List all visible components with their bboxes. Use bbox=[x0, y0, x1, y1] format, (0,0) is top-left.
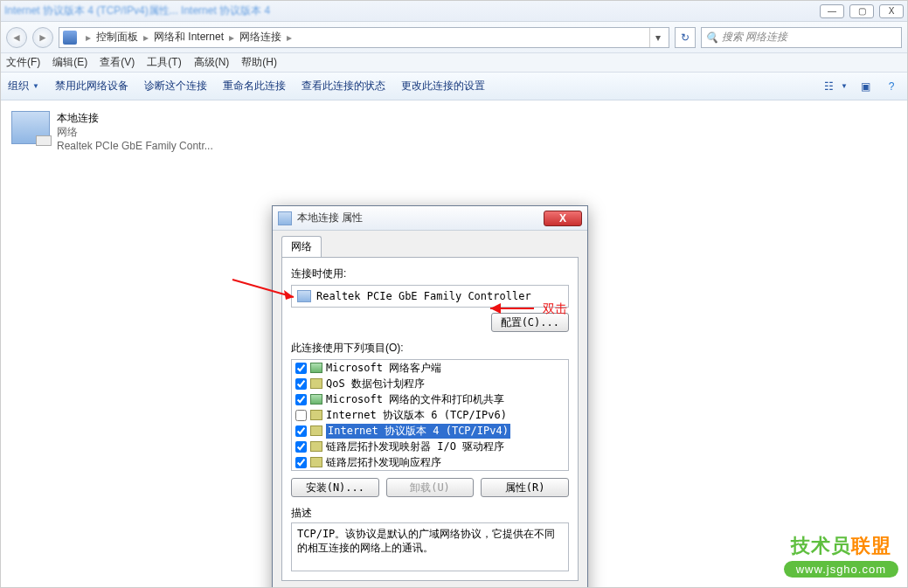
adapter-name: Realtek PCIe GbE Family Controller bbox=[316, 290, 531, 302]
item-label: Microsoft 网络客户端 bbox=[326, 361, 441, 376]
breadcrumb-item[interactable]: 控制面板 bbox=[96, 30, 138, 45]
tab-network[interactable]: 网络 bbox=[281, 236, 322, 257]
tb-disable[interactable]: 禁用此网络设备 bbox=[55, 79, 128, 93]
breadcrumb[interactable]: ▸ 控制面板 ▸ 网络和 Internet ▸ 网络连接 ▸ ▾ bbox=[59, 27, 669, 48]
connection-name: 本地连接 bbox=[57, 111, 213, 125]
items-label: 此连接使用下列项目(O): bbox=[291, 341, 569, 356]
breadcrumb-item[interactable]: 网络连接 bbox=[239, 30, 281, 45]
item-checkbox[interactable] bbox=[295, 457, 307, 468]
item-label: Internet 协议版本 4 (TCP/IPv4) bbox=[326, 424, 510, 439]
view-icon: ☷ bbox=[820, 78, 837, 95]
list-item[interactable]: QoS 数据包计划程序 bbox=[292, 376, 568, 391]
menu-bar: 文件(F) 编辑(E) 查看(V) 工具(T) 高级(N) 帮助(H) bbox=[1, 53, 907, 73]
connection-item[interactable]: 本地连接 网络 Realtek PCIe GbE Family Contr... bbox=[8, 107, 235, 156]
nav-forward-button[interactable]: ► bbox=[32, 27, 53, 48]
item-label: Microsoft 网络的文件和打印机共享 bbox=[326, 392, 504, 407]
tb-rename[interactable]: 重命名此连接 bbox=[223, 79, 286, 93]
help-button[interactable]: ? bbox=[883, 78, 900, 95]
description-label: 描述 bbox=[291, 506, 569, 521]
content-area: 本地连接 网络 Realtek PCIe GbE Family Contr...… bbox=[1, 100, 907, 586]
properties-dialog: 本地连接 属性 X 网络 连接时使用: Realtek PCIe GbE Fam… bbox=[272, 205, 588, 588]
tb-diagnose[interactable]: 诊断这个连接 bbox=[144, 79, 207, 93]
view-options-button[interactable]: ☷▼ bbox=[820, 78, 848, 95]
description-box: TCP/IP。该协议是默认的广域网络协议，它提供在不同的相互连接的网络上的通讯。 bbox=[291, 522, 569, 571]
menu-edit[interactable]: 编辑(E) bbox=[52, 55, 87, 70]
item-checkbox[interactable] bbox=[295, 378, 307, 390]
organize-button[interactable]: 组织 ▼ bbox=[8, 79, 39, 93]
menu-tools[interactable]: 工具(T) bbox=[147, 55, 181, 70]
item-checkbox[interactable] bbox=[295, 441, 307, 453]
chevron-down-icon: ▼ bbox=[32, 82, 39, 90]
connection-adapter: Realtek PCIe GbE Family Contr... bbox=[57, 139, 213, 153]
connection-text: 本地连接 网络 Realtek PCIe GbE Family Contr... bbox=[57, 111, 213, 153]
list-item[interactable]: Microsoft 网络客户端 bbox=[292, 360, 568, 376]
window-controls: — ▢ X bbox=[820, 4, 904, 18]
watermark-url: www.jsgho.com bbox=[784, 561, 898, 578]
connect-using-label: 连接时使用: bbox=[291, 266, 569, 281]
chevron-down-icon: ▼ bbox=[841, 82, 848, 90]
dialog-titlebar[interactable]: 本地连接 属性 X bbox=[273, 206, 587, 231]
breadcrumb-item[interactable]: 网络和 Internet bbox=[154, 30, 224, 45]
tb-settings[interactable]: 更改此连接的设置 bbox=[401, 79, 485, 93]
item-checkbox[interactable] bbox=[295, 363, 307, 374]
dialog-body: 网络 连接时使用: Realtek PCIe GbE Family Contro… bbox=[273, 231, 587, 588]
item-label: 链路层拓扑发现响应程序 bbox=[326, 455, 441, 470]
control-panel-icon bbox=[63, 31, 77, 45]
list-item[interactable]: 链路层拓扑发现映射器 I/O 驱动程序 bbox=[292, 439, 568, 454]
minimize-button[interactable]: — bbox=[820, 4, 844, 18]
protocol-icon bbox=[310, 363, 322, 373]
dialog-footer: 确定 取消 bbox=[281, 581, 579, 588]
preview-pane-button[interactable]: ▣ bbox=[856, 78, 874, 95]
window-title-blurred: Internet 协议版本 4 (TCP/IPv4)属性... Internet… bbox=[4, 3, 270, 18]
watermark: 技术员联盟 www.jsgho.com bbox=[784, 533, 898, 578]
connection-status: 网络 bbox=[57, 125, 213, 139]
menu-help[interactable]: 帮助(H) bbox=[241, 55, 277, 70]
list-item[interactable]: 链路层拓扑发现响应程序 bbox=[292, 454, 568, 470]
protocol-icon bbox=[310, 457, 322, 467]
protocol-icon bbox=[310, 410, 322, 420]
menu-file[interactable]: 文件(F) bbox=[6, 55, 40, 70]
nav-back-button[interactable]: ◄ bbox=[6, 27, 27, 48]
breadcrumb-sep: ▸ bbox=[225, 31, 238, 44]
annotation-text: 双击 bbox=[543, 301, 567, 317]
protocol-icon bbox=[310, 425, 322, 436]
dialog-close-button[interactable]: X bbox=[544, 211, 582, 226]
item-label: Internet 协议版本 6 (TCP/IPv6) bbox=[326, 408, 507, 423]
list-item[interactable]: Microsoft 网络的文件和打印机共享 bbox=[292, 391, 568, 407]
close-window-button[interactable]: X bbox=[879, 4, 904, 18]
search-input[interactable]: 🔍 搜索 网络连接 bbox=[701, 27, 902, 48]
item-checkbox[interactable] bbox=[295, 410, 307, 421]
item-properties-button[interactable]: 属性(R) bbox=[481, 478, 569, 497]
search-icon: 🔍 bbox=[705, 31, 718, 44]
maximize-button[interactable]: ▢ bbox=[849, 4, 874, 18]
items-listbox[interactable]: Microsoft 网络客户端QoS 数据包计划程序Microsoft 网络的文… bbox=[291, 359, 569, 471]
install-button[interactable]: 安装(N)... bbox=[291, 478, 379, 497]
breadcrumb-sep: ▸ bbox=[82, 31, 94, 44]
protocol-icon bbox=[310, 441, 322, 452]
menu-view[interactable]: 查看(V) bbox=[100, 55, 135, 70]
item-checkbox[interactable] bbox=[295, 394, 307, 405]
breadcrumb-dropdown[interactable]: ▾ bbox=[649, 28, 665, 47]
protocol-icon bbox=[310, 378, 322, 389]
list-item[interactable]: Internet 协议版本 4 (TCP/IPv4) bbox=[292, 423, 568, 439]
adapter-field: Realtek PCIe GbE Family Controller bbox=[291, 285, 569, 308]
search-placeholder: 搜索 网络连接 bbox=[722, 30, 787, 45]
tab-panel: 连接时使用: Realtek PCIe GbE Family Controlle… bbox=[281, 257, 579, 581]
adapter-icon bbox=[297, 290, 311, 302]
item-label: QoS 数据包计划程序 bbox=[326, 377, 425, 391]
tab-strip: 网络 bbox=[281, 238, 579, 257]
tb-status[interactable]: 查看此连接的状态 bbox=[302, 79, 385, 93]
item-checkbox[interactable] bbox=[295, 425, 307, 437]
breadcrumb-sep: ▸ bbox=[283, 31, 295, 44]
list-item[interactable]: Internet 协议版本 6 (TCP/IPv6) bbox=[292, 407, 568, 423]
refresh-button[interactable]: ↻ bbox=[675, 27, 696, 48]
dialog-icon bbox=[278, 211, 292, 225]
window-titlebar: Internet 协议版本 4 (TCP/IPv4)属性... Internet… bbox=[1, 1, 907, 22]
command-bar: 组织 ▼ 禁用此网络设备 诊断这个连接 重命名此连接 查看此连接的状态 更改此连… bbox=[1, 73, 907, 100]
breadcrumb-sep: ▸ bbox=[140, 31, 152, 44]
item-label: 链路层拓扑发现映射器 I/O 驱动程序 bbox=[326, 439, 504, 454]
watermark-brand: 技术员联盟 bbox=[784, 533, 898, 559]
address-bar-row: ◄ ► ▸ 控制面板 ▸ 网络和 Internet ▸ 网络连接 ▸ ▾ ↻ 🔍… bbox=[1, 22, 907, 53]
uninstall-button: 卸载(U) bbox=[386, 478, 475, 497]
menu-advanced[interactable]: 高级(N) bbox=[194, 55, 230, 70]
